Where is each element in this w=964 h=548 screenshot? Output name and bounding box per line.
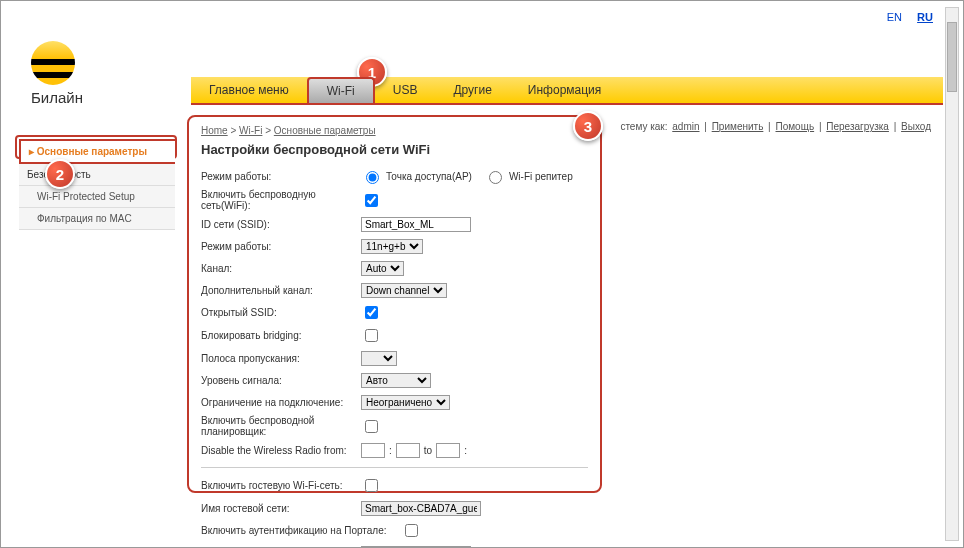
- beeline-logo-icon: [31, 41, 75, 85]
- ssid-input[interactable]: [361, 217, 471, 232]
- language-switch: EN RU: [875, 11, 933, 23]
- nav-wifi[interactable]: Wi-Fi: [307, 77, 375, 103]
- main-nav: Главное меню Wi-Fi USB Другие Информация: [191, 77, 943, 105]
- mode-ap-text: Точка доступа(AP): [386, 171, 472, 182]
- bandwidth-label: Полоса пропускания:: [201, 353, 361, 364]
- openssid-label: Открытый SSID:: [201, 307, 361, 318]
- ssid-label: ID сети (SSID):: [201, 219, 361, 230]
- limit-select[interactable]: Неограничено: [361, 395, 450, 410]
- crumb-basic: Основные параметры: [274, 125, 376, 136]
- extchannel-select[interactable]: Down channel: [361, 283, 447, 298]
- scroll-thumb[interactable]: [947, 22, 957, 92]
- from-hour[interactable]: [361, 443, 385, 458]
- crumb-home[interactable]: Home: [201, 125, 228, 136]
- limit-label: Ограничение на подключение:: [201, 397, 361, 408]
- toplinks-suffix: стему как:: [620, 121, 667, 132]
- bridging-checkbox[interactable]: [365, 329, 378, 342]
- content-panel: Home > Wi-Fi > Основные параметры Настро…: [187, 115, 602, 493]
- mode-ap-radio[interactable]: [366, 171, 379, 184]
- portal-auth-checkbox[interactable]: [405, 524, 418, 537]
- mode-repeater-text: Wi-Fi репитер: [509, 171, 573, 182]
- workmode-select[interactable]: 11n+g+b: [361, 239, 423, 254]
- workmode-label: Режим работы:: [201, 241, 361, 252]
- to-text: to: [424, 445, 432, 456]
- guest-name-input: [361, 501, 481, 516]
- mode-repeater-radio[interactable]: [489, 171, 502, 184]
- guest-enable-label: Включить гостевую Wi-Fi-сеть:: [201, 480, 361, 491]
- link-apply[interactable]: Применить: [712, 121, 764, 132]
- to-hour[interactable]: [436, 443, 460, 458]
- signal-select[interactable]: Авто: [361, 373, 431, 388]
- link-logout[interactable]: Выход: [901, 121, 931, 132]
- signal-label: Уровень сигнала:: [201, 375, 361, 386]
- sidebar-mac[interactable]: Фильтрация по MAC: [19, 208, 175, 230]
- divider: [201, 467, 588, 468]
- nav-info[interactable]: Информация: [510, 77, 619, 103]
- sidebar-security[interactable]: Безопасность: [19, 164, 175, 186]
- sched-checkbox[interactable]: [365, 420, 378, 433]
- callout-3: 3: [573, 111, 603, 141]
- channel-select[interactable]: Auto: [361, 261, 404, 276]
- scrollbar[interactable]: [945, 7, 959, 541]
- lang-ru[interactable]: RU: [917, 11, 933, 23]
- link-admin[interactable]: admin: [672, 121, 699, 132]
- logo: Билайн: [31, 41, 83, 106]
- sidebar-wps[interactable]: Wi-Fi Protected Setup: [19, 186, 175, 208]
- link-help[interactable]: Помощь: [776, 121, 815, 132]
- router-admin-page: EN RU Билайн Главное меню Wi-Fi USB Друг…: [0, 0, 964, 548]
- sidebar-basic[interactable]: Основные параметры: [19, 139, 175, 164]
- guest-enable-checkbox[interactable]: [365, 479, 378, 492]
- top-links: Вы стему как: admin | Применить | Помощь…: [579, 121, 933, 132]
- mode-label: Режим работы:: [201, 171, 361, 182]
- bridging-label: Блокировать bridging:: [201, 330, 361, 341]
- breadcrumb: Home > Wi-Fi > Основные параметры: [201, 125, 588, 136]
- from-min[interactable]: [396, 443, 420, 458]
- callout-2: 2: [45, 159, 75, 189]
- enable-wifi-checkbox[interactable]: [365, 194, 378, 207]
- logo-text: Билайн: [31, 89, 83, 106]
- nav-home[interactable]: Главное меню: [191, 77, 307, 103]
- portal-auth-label: Включить аутентификацию на Портале:: [201, 525, 401, 536]
- sched-label: Включить беспроводной планировщик:: [201, 415, 361, 437]
- guest-name-label: Имя гостевой сети:: [201, 503, 361, 514]
- enable-label: Включить беспроводную сеть(WiFi):: [201, 189, 361, 211]
- link-reboot[interactable]: Перезагрузка: [826, 121, 889, 132]
- disablefrom-label: Disable the Wireless Radio from:: [201, 445, 361, 456]
- extchannel-label: Дополнительный канал:: [201, 285, 361, 296]
- openssid-checkbox[interactable]: [365, 306, 378, 319]
- wifi-sidebar: Основные параметры Безопасность Wi-Fi Pr…: [19, 139, 175, 230]
- nav-other[interactable]: Другие: [435, 77, 509, 103]
- crumb-wifi[interactable]: Wi-Fi: [239, 125, 262, 136]
- lang-en[interactable]: EN: [887, 11, 902, 23]
- bandwidth-select[interactable]: [361, 351, 397, 366]
- channel-label: Канал:: [201, 263, 361, 274]
- page-title: Настройки беспроводной сети WiFi: [201, 142, 588, 157]
